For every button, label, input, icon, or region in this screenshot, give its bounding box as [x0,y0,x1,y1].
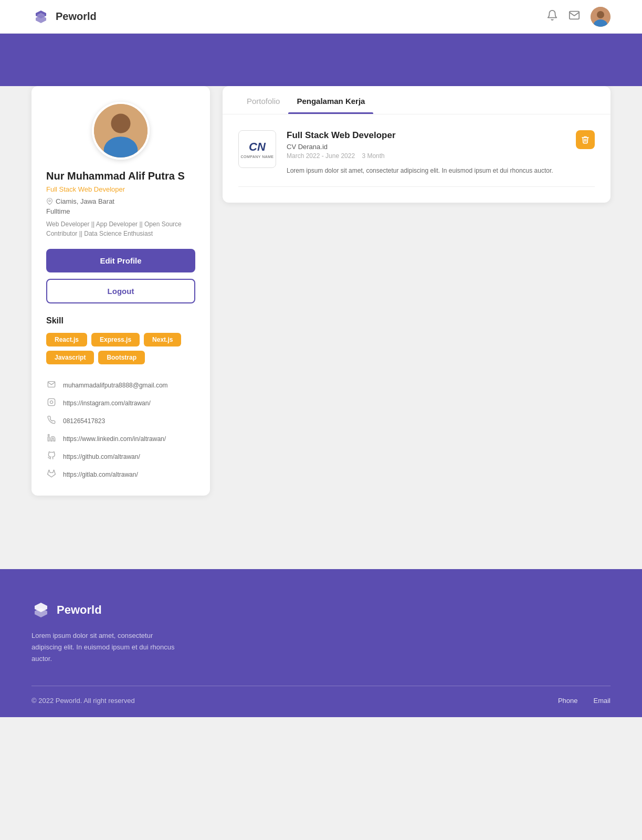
edit-profile-button[interactable]: Edit Profile [46,249,195,272]
work-type: Fulltime [46,207,195,215]
user-avatar[interactable] [591,7,611,27]
linkedin-value: https://www.linkedin.com/in/altrawan/ [63,435,166,443]
contact-email: muhammadalifputra8888@gmail.com [46,380,195,391]
content-grid: Nur Muhammad Alif Putra S Full Stack Web… [31,86,611,496]
profile-name: Nur Muhammad Alif Putra S [46,170,195,182]
profile-title: Full Stack Web Developer [46,185,195,193]
footer-link-email[interactable]: Email [593,697,611,705]
svg-point-5 [111,114,130,133]
skill-badge: Express.js [91,333,140,346]
footer-logo-icon [31,601,50,620]
skills-container: React.jsExpress.jsNext.jsJavascriptBoots… [46,333,195,364]
work-company: CV Derana.id [287,143,565,151]
svg-point-11 [48,434,49,436]
work-card: Portofolio Pengalaman Kerja CN COMPANY N… [223,86,611,203]
avatar-wrapper [31,86,210,170]
linkedin-icon [46,434,57,444]
delete-work-button[interactable] [576,130,595,149]
brand-logo[interactable]: Peworld [31,7,97,26]
svg-rect-10 [48,437,49,441]
work-title: Full Stack Web Developer [287,130,565,141]
github-icon [46,452,57,462]
tab-work-experience[interactable]: Pengalaman Kerja [288,86,373,114]
footer-description: Lorem ipsum dolor sit amet, consectetur … [31,630,178,665]
logout-button[interactable]: Logout [46,279,195,303]
work-period: March 2022 - June 2022 3 Month [287,152,565,160]
phone-icon [46,416,57,426]
contact-instagram: https://instagram.com/altrawan/ [46,398,195,408]
notification-icon[interactable] [546,9,558,24]
contact-list: muhammadalifputra8888@gmail.com https://… [46,380,195,480]
svg-point-2 [597,11,604,18]
profile-info: Nur Muhammad Alif Putra S Full Stack Web… [31,170,210,480]
gitlab-icon [46,469,57,480]
email-icon [46,380,57,391]
footer-links: Phone Email [558,697,611,705]
trash-icon [581,135,590,144]
gitlab-value: https://gitlab.com/altrawan/ [63,471,138,478]
phone-value: 081265417823 [63,417,105,425]
svg-point-7 [49,200,50,202]
main-content: Nur Muhammad Alif Putra S Full Stack Web… [0,86,642,527]
contact-linkedin: https://www.linkedin.com/in/altrawan/ [46,434,195,444]
instagram-value: https://instagram.com/altrawan/ [63,400,151,407]
skill-badge: Javascript [46,351,94,364]
logo-icon [31,7,50,26]
navbar: Peworld [0,0,642,34]
work-details: Full Stack Web Developer CV Derana.id Ma… [287,130,565,176]
contact-phone: 081265417823 [46,416,195,426]
contact-gitlab: https://gitlab.com/altrawan/ [46,469,195,480]
instagram-icon [46,398,57,408]
footer-copyright: © 2022 Peworld. All right reserved [31,697,135,705]
footer: Peworld Lorem ipsum dolor sit amet, cons… [0,569,642,717]
profile-avatar [92,102,150,160]
tab-content: CN COMPANY NAME Full Stack Web Developer… [223,114,611,203]
profile-location: Ciamis, Jawa Barat [46,197,195,205]
navbar-actions [546,7,611,27]
github-value: https://github.com/altrawan/ [63,453,140,460]
company-initials: CN [249,140,266,154]
email-value: muhammadalifputra8888@gmail.com [63,382,168,389]
footer-divider [31,686,611,686]
profile-bio: Web Developer || App Developer || Open S… [46,219,195,238]
location-text: Ciamis, Jawa Barat [56,197,114,205]
skill-badge: React.js [46,333,87,346]
contact-github: https://github.com/altrawan/ [46,452,195,462]
footer-brand-name: Peworld [57,603,102,617]
footer-bottom: © 2022 Peworld. All right reserved Phone… [31,697,611,717]
tab-portfolio[interactable]: Portofolio [238,86,288,114]
svg-rect-8 [48,398,55,405]
skill-badge: Bootstrap [98,351,145,364]
work-entry: CN COMPANY NAME Full Stack Web Developer… [238,130,595,176]
tabs: Portofolio Pengalaman Kerja [223,86,611,114]
work-divider [238,186,595,187]
company-logo: CN COMPANY NAME [238,130,276,168]
skills-section-title: Skill [46,316,195,326]
mail-icon[interactable] [569,9,580,24]
footer-link-phone[interactable]: Phone [558,697,578,705]
company-sub: COMPANY NAME [241,155,274,159]
location-icon [46,198,53,205]
brand-name: Peworld [56,10,97,23]
footer-brand: Peworld [31,601,611,620]
work-description: Lorem ipsum dolor sit amet, consectetur … [287,166,565,176]
profile-card: Nur Muhammad Alif Putra S Full Stack Web… [31,86,210,496]
skill-badge: Next.js [144,333,181,346]
